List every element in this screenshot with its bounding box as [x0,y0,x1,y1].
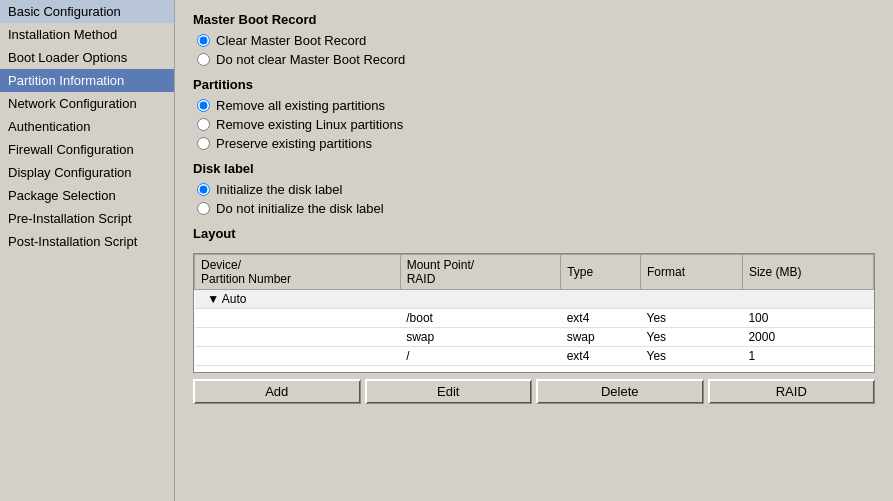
radio-label-clear-mbr: Clear Master Boot Record [216,33,366,48]
cell-mount [400,290,560,309]
radio-label-no-clear-mbr: Do not clear Master Boot Record [216,52,405,67]
radio-option-init-disk[interactable]: Initialize the disk label [197,182,875,197]
sidebar-item-pre-installation-script[interactable]: Pre-Installation Script [0,207,174,230]
col-header-size: Size (MB) [742,255,873,290]
add-btn[interactable]: Add [193,379,361,404]
layout-table-wrapper[interactable]: Device/ Partition NumberMount Point/ RAI… [193,253,875,373]
cell-type: swap [561,328,641,347]
cell-format: Yes [641,347,743,366]
radio-label-remove-linux: Remove existing Linux partitions [216,117,403,132]
sidebar-item-authentication[interactable]: Authentication [0,115,174,138]
layout-section: Layout Device/ Partition NumberMount Poi… [193,226,875,404]
radio-label-init-disk: Initialize the disk label [216,182,342,197]
radio-option-no-clear-mbr[interactable]: Do not clear Master Boot Record [197,52,875,67]
radio-no-clear-mbr[interactable] [197,53,210,66]
sidebar-item-boot-loader-options[interactable]: Boot Loader Options [0,46,174,69]
table-row[interactable]: ▼ Auto [195,290,874,309]
cell-mount: /boot [400,309,560,328]
radio-clear-mbr[interactable] [197,34,210,47]
radio-option-no-init-disk[interactable]: Do not initialize the disk label [197,201,875,216]
radio-label-no-init-disk: Do not initialize the disk label [216,201,384,216]
layout-buttons: AddEditDeleteRAID [193,379,875,404]
sidebar-item-basic-config[interactable]: Basic Configuration [0,0,174,23]
radio-remove-linux[interactable] [197,118,210,131]
edit-btn[interactable]: Edit [365,379,533,404]
mbr-title: Master Boot Record [193,12,875,27]
table-row[interactable]: /bootext4Yes100 [195,309,874,328]
sidebar-item-display-configuration[interactable]: Display Configuration [0,161,174,184]
partitions-title: Partitions [193,77,875,92]
cell-type: ext4 [561,309,641,328]
cell-format: Yes [641,309,743,328]
cell-device: ▼ Auto [195,290,401,309]
cell-device [195,309,401,328]
radio-option-remove-linux[interactable]: Remove existing Linux partitions [197,117,875,132]
cell-type [561,290,641,309]
partitions-section: Partitions Remove all existing partition… [193,77,875,151]
cell-mount: swap [400,328,560,347]
table-row[interactable]: swapswapYes2000 [195,328,874,347]
sidebar-item-firewall-configuration[interactable]: Firewall Configuration [0,138,174,161]
sidebar-item-network-configuration[interactable]: Network Configuration [0,92,174,115]
disk-label-section: Disk label Initialize the disk labelDo n… [193,161,875,216]
radio-option-remove-all[interactable]: Remove all existing partitions [197,98,875,113]
cell-size: 100 [742,309,873,328]
radio-remove-all[interactable] [197,99,210,112]
col-header-format: Format [641,255,743,290]
cell-device [195,328,401,347]
mbr-radio-group: Clear Master Boot RecordDo not clear Mas… [193,33,875,67]
cell-format [641,290,743,309]
sidebar-item-package-selection[interactable]: Package Selection [0,184,174,207]
cell-size: 2000 [742,328,873,347]
partitions-radio-group: Remove all existing partitionsRemove exi… [193,98,875,151]
radio-preserve[interactable] [197,137,210,150]
sidebar: Basic ConfigurationInstallation MethodBo… [0,0,175,501]
disk-label-title: Disk label [193,161,875,176]
col-header-device: Device/ Partition Number [195,255,401,290]
cell-device [195,347,401,366]
raid-btn[interactable]: RAID [708,379,876,404]
radio-label-remove-all: Remove all existing partitions [216,98,385,113]
main-content: Master Boot Record Clear Master Boot Rec… [175,0,893,501]
radio-no-init-disk[interactable] [197,202,210,215]
table-row[interactable]: /ext4Yes1 [195,347,874,366]
cell-format: Yes [641,328,743,347]
col-header-type: Type [561,255,641,290]
layout-table: Device/ Partition NumberMount Point/ RAI… [194,254,874,366]
cell-size [742,290,873,309]
sidebar-item-post-installation-script[interactable]: Post-Installation Script [0,230,174,253]
layout-title: Layout [193,226,875,241]
radio-init-disk[interactable] [197,183,210,196]
col-header-mount-point: Mount Point/ RAID [400,255,560,290]
mbr-section: Master Boot Record Clear Master Boot Rec… [193,12,875,67]
cell-type: ext4 [561,347,641,366]
sidebar-item-partition-information[interactable]: Partition Information [0,69,174,92]
delete-btn[interactable]: Delete [536,379,704,404]
disk-label-radio-group: Initialize the disk labelDo not initiali… [193,182,875,216]
cell-size: 1 [742,347,873,366]
table-header-row: Device/ Partition NumberMount Point/ RAI… [195,255,874,290]
radio-option-clear-mbr[interactable]: Clear Master Boot Record [197,33,875,48]
sidebar-item-installation-method[interactable]: Installation Method [0,23,174,46]
radio-label-preserve: Preserve existing partitions [216,136,372,151]
cell-mount: / [400,347,560,366]
table-body: ▼ Auto/bootext4Yes100swapswapYes2000/ext… [195,290,874,366]
radio-option-preserve[interactable]: Preserve existing partitions [197,136,875,151]
